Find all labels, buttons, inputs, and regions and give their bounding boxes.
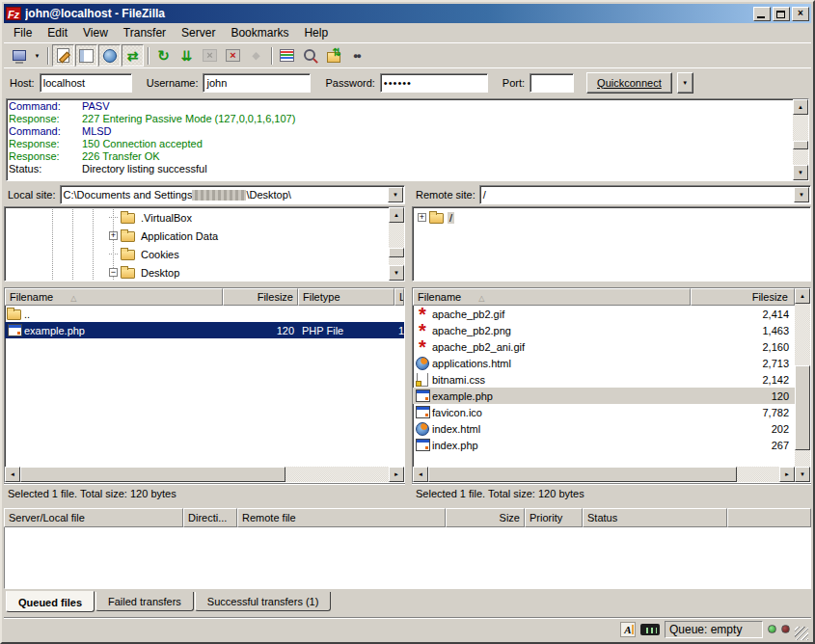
scroll-up-icon[interactable]: ▲ [793, 99, 808, 115]
menu-item[interactable]: View [75, 24, 116, 41]
remote-site-combo[interactable]: / ▼ [479, 185, 811, 204]
tree-expander-icon[interactable] [109, 268, 118, 277]
queue-column-header[interactable]: Directi... [183, 508, 237, 527]
menu-item[interactable]: Help [296, 24, 336, 41]
tree-item[interactable]: / [414, 208, 809, 227]
scrollbar-thumb[interactable] [389, 248, 404, 258]
file-row[interactable]: bitnami.css 2,142 [413, 371, 795, 388]
minimize-button[interactable] [753, 7, 771, 21]
queue-body[interactable] [4, 527, 811, 589]
file-row[interactable]: example.php 120 [413, 388, 795, 404]
queue-tab[interactable]: Queued files [6, 591, 95, 612]
speed-limits-icon[interactable] [640, 624, 660, 635]
toggle-remote-tree-icon[interactable] [98, 44, 121, 67]
vertical-splitter[interactable] [405, 287, 412, 502]
combo-dropdown-icon[interactable]: ▼ [794, 187, 809, 202]
scroll-right-icon[interactable]: ► [389, 467, 404, 482]
column-header[interactable]: Last modified [394, 288, 404, 306]
toggle-message-log-icon[interactable] [52, 44, 74, 67]
scrollbar-thumb[interactable] [793, 141, 808, 149]
filter-icon[interactable] [276, 44, 298, 67]
vertical-splitter[interactable] [405, 185, 412, 282]
site-manager-icon[interactable] [8, 44, 30, 67]
scrollbar-thumb[interactable] [428, 467, 737, 482]
refresh-icon[interactable] [152, 44, 175, 67]
synchronized-browsing-icon[interactable] [322, 44, 344, 67]
queue-column-header[interactable]: Priority [525, 508, 583, 527]
scroll-left-icon[interactable]: ◄ [413, 467, 428, 482]
reconnect-icon[interactable] [245, 44, 267, 67]
menu-item[interactable]: Server [174, 24, 223, 41]
remote-list-hscrollbar[interactable]: ◄ ► [413, 467, 795, 482]
queue-column-header[interactable]: Status [583, 508, 727, 527]
file-row[interactable]: index.html 202 [413, 420, 795, 437]
queue-tab[interactable]: Successful transfers (1) [195, 592, 332, 611]
quickconnect-dropdown-button[interactable]: ▼ [677, 72, 693, 94]
maximize-button[interactable] [773, 7, 790, 21]
combo-dropdown-icon[interactable]: ▼ [388, 187, 403, 202]
scroll-down-icon[interactable]: ▼ [793, 165, 808, 180]
local-tree-scrollbar[interactable]: ▲ ▼ [389, 207, 404, 281]
log-scrollbar[interactable]: ▲ ▼ [793, 99, 808, 180]
close-button[interactable]: × [792, 7, 809, 21]
file-row[interactable]: index.php 267 [413, 437, 795, 453]
dropdown-caret-icon[interactable] [31, 44, 43, 67]
find-files-icon[interactable] [345, 44, 367, 67]
file-name: index.php [432, 440, 478, 451]
host-input[interactable] [40, 73, 132, 93]
scroll-up-icon[interactable]: ▲ [389, 207, 404, 223]
data-type-indicator-icon[interactable]: A [620, 622, 636, 637]
menu-item[interactable]: Transfer [116, 24, 174, 41]
directory-comparison-icon[interactable] [299, 44, 321, 67]
title-bar[interactable]: Fz john@localhost - FileZilla × [4, 4, 811, 23]
column-header[interactable]: Filesize [223, 288, 298, 306]
file-row[interactable]: apache_pb2.gif 2,414 [413, 306, 795, 322]
tree-item[interactable]: .VirtualBox [6, 208, 388, 227]
scrollbar-thumb[interactable] [795, 365, 810, 450]
scroll-down-icon[interactable]: ▼ [795, 467, 810, 482]
scroll-up-icon[interactable]: ▲ [795, 288, 810, 304]
queue-tab[interactable]: Failed transfers [95, 592, 194, 611]
queue-column-header[interactable]: Size [446, 508, 525, 527]
column-header[interactable]: Filesize [691, 288, 795, 306]
file-row[interactable]: favicon.ico 7,782 [413, 404, 795, 420]
toggle-local-tree-icon[interactable] [75, 44, 97, 67]
toggle-transfer-queue-icon[interactable] [122, 44, 144, 67]
file-row[interactable]: applications.html 2,713 [413, 355, 795, 371]
process-queue-icon[interactable] [176, 44, 198, 67]
queue-column-header[interactable]: Server/Local file [4, 508, 183, 527]
disconnect-icon[interactable] [222, 44, 244, 67]
column-header[interactable]: Filename [413, 288, 691, 306]
tree-item[interactable]: Cookies [6, 245, 388, 263]
tree-expander-icon[interactable] [418, 213, 426, 222]
cancel-operation-icon[interactable] [199, 44, 221, 67]
tree-expander-icon[interactable] [109, 250, 118, 258]
menu-item[interactable]: Bookmarks [223, 24, 296, 41]
local-list-hscrollbar[interactable]: ◄ ► [5, 467, 404, 482]
tree-item[interactable]: Application Data [6, 227, 388, 245]
menu-item[interactable]: Edit [40, 24, 75, 41]
password-input[interactable] [380, 73, 488, 93]
tree-item[interactable]: Desktop [6, 263, 388, 280]
file-row[interactable]: apache_pb2_ani.gif 2,160 [413, 338, 795, 355]
file-row[interactable]: .. [5, 306, 404, 322]
queue-column-header[interactable]: Remote file [237, 508, 446, 527]
column-header[interactable]: Filetype [298, 288, 394, 306]
column-header[interactable]: Filename [5, 288, 223, 306]
scroll-down-icon[interactable]: ▼ [389, 265, 404, 281]
username-input[interactable] [203, 73, 311, 93]
menu-item[interactable]: File [6, 24, 40, 41]
resize-grip[interactable] [795, 627, 808, 640]
file-row[interactable]: example.php 120 PHP File 1 [5, 322, 404, 338]
scroll-left-icon[interactable]: ◄ [5, 467, 20, 482]
remote-list-scrollbar[interactable]: ▲ ▼ [795, 288, 810, 482]
file-row[interactable]: apache_pb2.png 1,463 [413, 322, 795, 338]
queue-column-header[interactable] [727, 508, 811, 527]
tree-expander-icon[interactable] [109, 231, 118, 240]
local-site-combo[interactable]: C:\Documents and Settings\Desktop\ ▼ [60, 185, 405, 204]
port-input[interactable] [530, 73, 574, 93]
tree-expander-icon[interactable] [109, 213, 118, 222]
scrollbar-thumb[interactable] [20, 467, 285, 482]
quickconnect-button[interactable]: Quickconnect [586, 72, 672, 94]
scroll-right-icon[interactable]: ► [779, 467, 795, 482]
